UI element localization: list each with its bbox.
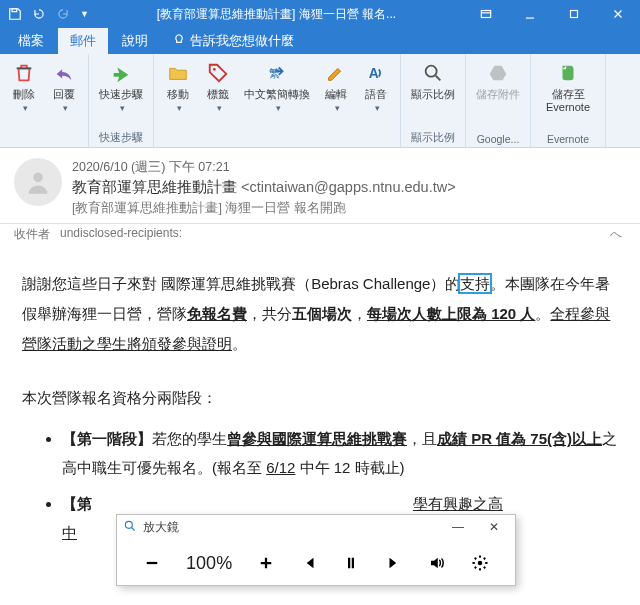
ribbon-mode-icon[interactable] <box>464 0 508 28</box>
save-attachments-button[interactable]: 儲存附件 <box>472 58 524 103</box>
svg-text:繁: 繁 <box>269 67 280 79</box>
zoom-icon <box>419 60 447 86</box>
mail-date: 2020/6/10 (週三) 下午 07:21 <box>72 158 626 177</box>
tab-mail[interactable]: 郵件 <box>58 28 108 54</box>
ribbon: 刪除▾ 回覆▾ x 快速步驟▾ 快速步驟 移動▾ 標籤▾ 繁中文繁簡轉換▾ 編輯… <box>0 54 640 148</box>
readaloud-button[interactable]: A語音▾ <box>358 58 394 115</box>
next-button[interactable] <box>385 554 403 572</box>
recipients-label: 收件者 <box>14 226 50 243</box>
reply-button[interactable]: 回覆▾ <box>46 58 82 115</box>
tag-icon <box>204 60 232 86</box>
speaker-icon: A <box>362 60 390 86</box>
magnifier-icon <box>123 519 137 536</box>
quicksteps-icon <box>107 60 135 86</box>
svg-rect-2 <box>571 11 578 18</box>
magnifier-title: 放大鏡 <box>143 519 179 536</box>
ribbon-tabs: 檔案 郵件 說明 告訴我您想做什麼 <box>0 28 640 54</box>
reply-icon <box>50 60 78 86</box>
save-icon[interactable] <box>8 7 22 21</box>
move-button[interactable]: 移動▾ <box>160 58 196 115</box>
redo-icon[interactable] <box>56 7 70 21</box>
edit-icon <box>322 60 350 86</box>
magnifier-close[interactable]: ✕ <box>479 520 509 534</box>
magnifier-window[interactable]: 放大鏡 — ✕ 100% <box>116 514 516 586</box>
close-button[interactable] <box>596 0 640 28</box>
drive-icon <box>484 60 512 86</box>
avatar <box>14 158 62 206</box>
svg-rect-1 <box>481 11 490 18</box>
recipients-value: undisclosed-recipients: <box>60 226 182 243</box>
settings-button[interactable] <box>471 554 489 572</box>
edit-button[interactable]: 編輯▾ <box>318 58 354 115</box>
delete-icon <box>10 60 38 86</box>
evernote-icon <box>554 60 582 86</box>
zoom-level: 100% <box>186 553 232 574</box>
svg-point-3 <box>213 68 216 71</box>
window-title: [教育部運算思維推動計畫] 海狸一日營 報名... <box>89 6 464 23</box>
tab-help[interactable]: 說明 <box>110 28 160 54</box>
quicksteps-button[interactable]: 快速步驟▾ <box>95 58 147 115</box>
zoom-out-button[interactable] <box>143 554 161 572</box>
svg-point-7 <box>33 173 42 182</box>
qat-more-icon[interactable]: ▼ <box>80 9 89 19</box>
svg-point-6 <box>426 66 437 77</box>
mail-from: 教育部運算思維推動計畫 <ctintaiwan@gapps.ntnu.edu.t… <box>72 177 626 199</box>
zoom-button[interactable]: 顯示比例 <box>407 58 459 103</box>
minimize-button[interactable] <box>508 0 552 28</box>
mail-subject: [教育部運算思維推動計畫] 海狸一日營 報名開跑 <box>72 199 626 218</box>
svg-point-8 <box>125 521 132 528</box>
tab-file[interactable]: 檔案 <box>6 28 56 54</box>
undo-icon[interactable] <box>32 7 46 21</box>
recipients-row: 收件者 undisclosed-recipients: へ <box>0 224 640 251</box>
pause-button[interactable] <box>342 554 360 572</box>
group-google-label: Google... <box>477 132 520 145</box>
group-evernote-label: Evernote <box>547 132 589 145</box>
tell-me[interactable]: 告訴我您想做什麼 <box>162 28 304 54</box>
svg-point-9 <box>477 561 482 566</box>
evernote-button[interactable]: 儲存至Evernote <box>537 58 599 115</box>
folder-icon <box>164 60 192 86</box>
paragraph-1: 謝謝您這些日子來對 國際運算思維挑戰賽（Bebras Challenge）的支持… <box>22 269 618 359</box>
window-titlebar: ▼ [教育部運算思維推動計畫] 海狸一日營 報名... <box>0 0 640 28</box>
zoom-in-button[interactable] <box>257 554 275 572</box>
expand-header-icon[interactable]: へ <box>610 226 622 243</box>
prev-button[interactable] <box>300 554 318 572</box>
group-quicksteps-label: 快速步驟 <box>99 130 143 145</box>
convert-icon: 繁 <box>263 60 291 86</box>
highlighted-text: 支持 <box>460 275 490 292</box>
tell-me-label: 告訴我您想做什麼 <box>190 32 294 50</box>
list-item: 【第一階段】若您的學生曾參與國際運算思維挑戰賽，且成績 PR 值為 75(含)以… <box>62 425 618 482</box>
convert-button[interactable]: 繁中文繁簡轉換▾ <box>240 58 314 115</box>
group-zoom-label: 顯示比例 <box>411 130 455 145</box>
tags-button[interactable]: 標籤▾ <box>200 58 236 115</box>
magnifier-minimize[interactable]: — <box>443 520 473 534</box>
delete-button[interactable]: 刪除▾ <box>6 58 42 115</box>
svg-text:A: A <box>369 66 379 81</box>
mail-header: 2020/6/10 (週三) 下午 07:21 教育部運算思維推動計畫 <cti… <box>0 148 640 224</box>
lightbulb-icon <box>172 33 186 50</box>
svg-rect-0 <box>12 9 17 12</box>
maximize-button[interactable] <box>552 0 596 28</box>
volume-button[interactable] <box>428 554 446 572</box>
paragraph-2: 本次營隊報名資格分兩階段： <box>22 383 618 413</box>
